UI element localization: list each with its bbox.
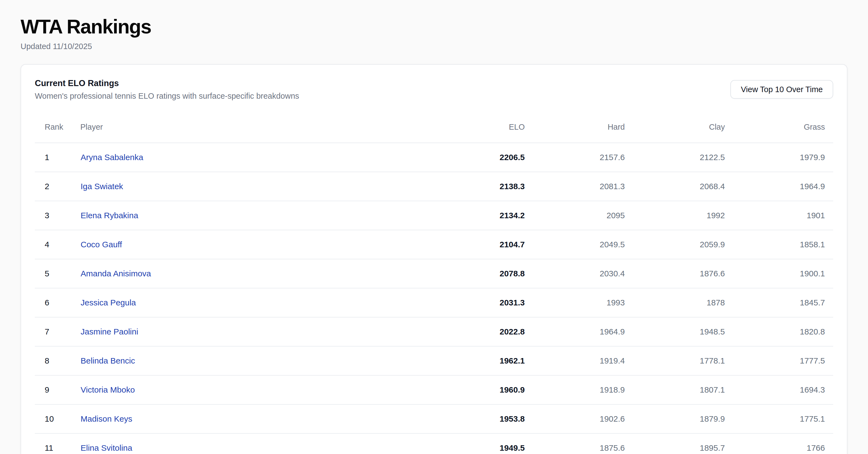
rank-cell: 9 bbox=[35, 375, 80, 404]
elo-table-body: 1Aryna Sabalenka2206.52157.62122.51979.9… bbox=[35, 143, 833, 454]
table-row: 9Victoria Mboko1960.91918.91807.11694.3 bbox=[35, 375, 833, 404]
table-row: 7Jasmine Paolini2022.81964.91948.51820.8 bbox=[35, 317, 833, 346]
clay-cell: 1948.5 bbox=[633, 317, 733, 346]
hard-cell: 1919.4 bbox=[533, 346, 633, 375]
hard-cell: 1902.6 bbox=[533, 404, 633, 433]
hard-cell: 2049.5 bbox=[533, 230, 633, 259]
player-link[interactable]: Jasmine Paolini bbox=[81, 327, 138, 336]
elo-ratings-card: Current ELO Ratings Women's professional… bbox=[21, 64, 847, 454]
player-cell: Belinda Bencic bbox=[80, 346, 433, 375]
elo-cell: 1949.5 bbox=[433, 433, 533, 454]
grass-cell: 1858.1 bbox=[733, 230, 833, 259]
table-row: 10Madison Keys1953.81902.61879.91775.1 bbox=[35, 404, 833, 433]
column-header-rank: Rank bbox=[35, 114, 80, 143]
hard-cell: 2030.4 bbox=[533, 259, 633, 288]
rank-cell: 6 bbox=[35, 288, 80, 317]
rank-cell: 3 bbox=[35, 201, 80, 230]
hard-cell: 1964.9 bbox=[533, 317, 633, 346]
table-row: 2Iga Swiatek2138.32081.32068.41964.9 bbox=[35, 172, 833, 201]
grass-cell: 1775.1 bbox=[733, 404, 833, 433]
hard-cell: 2095 bbox=[533, 201, 633, 230]
grass-cell: 1900.1 bbox=[733, 259, 833, 288]
elo-cell: 2138.3 bbox=[433, 172, 533, 201]
clay-cell: 1895.7 bbox=[633, 433, 733, 454]
hard-cell: 1875.6 bbox=[533, 433, 633, 454]
elo-cell: 2078.8 bbox=[433, 259, 533, 288]
player-cell: Amanda Anisimova bbox=[80, 259, 433, 288]
rank-cell: 1 bbox=[35, 143, 80, 172]
elo-cell: 1953.8 bbox=[433, 404, 533, 433]
grass-cell: 1694.3 bbox=[733, 375, 833, 404]
table-row: 5Amanda Anisimova2078.82030.41876.61900.… bbox=[35, 259, 833, 288]
card-subtitle: Women's professional tennis ELO ratings … bbox=[35, 92, 299, 101]
player-link[interactable]: Aryna Sabalenka bbox=[81, 153, 144, 162]
rank-cell: 11 bbox=[35, 433, 80, 454]
clay-cell: 2122.5 bbox=[633, 143, 733, 172]
clay-cell: 1992 bbox=[633, 201, 733, 230]
player-link[interactable]: Iga Swiatek bbox=[81, 182, 123, 191]
column-header-elo: ELO bbox=[433, 114, 533, 143]
table-row: 1Aryna Sabalenka2206.52157.62122.51979.9 bbox=[35, 143, 833, 172]
grass-cell: 1766 bbox=[733, 433, 833, 454]
hard-cell: 1993 bbox=[533, 288, 633, 317]
player-link[interactable]: Belinda Bencic bbox=[81, 356, 135, 365]
page-header: WTA Rankings Updated 11/10/2025 bbox=[21, 0, 847, 51]
wta-rankings-page: WTA Rankings Updated 11/10/2025 Current … bbox=[0, 0, 868, 454]
grass-cell: 1964.9 bbox=[733, 172, 833, 201]
column-header-grass: Grass bbox=[733, 114, 833, 143]
player-cell: Aryna Sabalenka bbox=[80, 143, 433, 172]
card-header-text: Current ELO Ratings Women's professional… bbox=[35, 79, 299, 101]
elo-ratings-table: Rank Player ELO Hard Clay Grass 1Aryna S… bbox=[35, 114, 833, 454]
grass-cell: 1777.5 bbox=[733, 346, 833, 375]
clay-cell: 1879.9 bbox=[633, 404, 733, 433]
hard-cell: 2157.6 bbox=[533, 143, 633, 172]
player-link[interactable]: Madison Keys bbox=[81, 414, 132, 423]
column-header-player: Player bbox=[80, 114, 433, 143]
player-cell: Madison Keys bbox=[80, 404, 433, 433]
page-title: WTA Rankings bbox=[21, 16, 847, 38]
rank-cell: 10 bbox=[35, 404, 80, 433]
rank-cell: 7 bbox=[35, 317, 80, 346]
player-link[interactable]: Elena Rybakina bbox=[81, 211, 138, 220]
rank-cell: 4 bbox=[35, 230, 80, 259]
elo-cell: 2104.7 bbox=[433, 230, 533, 259]
grass-cell: 1820.8 bbox=[733, 317, 833, 346]
player-link[interactable]: Elina Svitolina bbox=[81, 443, 132, 452]
column-header-hard: Hard bbox=[533, 114, 633, 143]
player-link[interactable]: Coco Gauff bbox=[81, 240, 122, 249]
table-row: 3Elena Rybakina2134.2209519921901 bbox=[35, 201, 833, 230]
grass-cell: 1979.9 bbox=[733, 143, 833, 172]
grass-cell: 1845.7 bbox=[733, 288, 833, 317]
player-cell: Elina Svitolina bbox=[80, 433, 433, 454]
rank-cell: 2 bbox=[35, 172, 80, 201]
player-cell: Elena Rybakina bbox=[80, 201, 433, 230]
player-cell: Coco Gauff bbox=[80, 230, 433, 259]
table-row: 8Belinda Bencic1962.11919.41778.11777.5 bbox=[35, 346, 833, 375]
column-header-clay: Clay bbox=[633, 114, 733, 143]
player-link[interactable]: Jessica Pegula bbox=[81, 298, 136, 307]
clay-cell: 1807.1 bbox=[633, 375, 733, 404]
elo-cell: 2134.2 bbox=[433, 201, 533, 230]
elo-cell: 1962.1 bbox=[433, 346, 533, 375]
card-header: Current ELO Ratings Women's professional… bbox=[35, 79, 833, 101]
table-header-row: Rank Player ELO Hard Clay Grass bbox=[35, 114, 833, 143]
hard-cell: 2081.3 bbox=[533, 172, 633, 201]
player-link[interactable]: Amanda Anisimova bbox=[81, 269, 151, 278]
hard-cell: 1918.9 bbox=[533, 375, 633, 404]
clay-cell: 1778.1 bbox=[633, 346, 733, 375]
player-cell: Victoria Mboko bbox=[80, 375, 433, 404]
grass-cell: 1901 bbox=[733, 201, 833, 230]
updated-date: Updated 11/10/2025 bbox=[21, 42, 847, 51]
card-title: Current ELO Ratings bbox=[35, 79, 299, 88]
player-cell: Jasmine Paolini bbox=[80, 317, 433, 346]
clay-cell: 1878 bbox=[633, 288, 733, 317]
view-top-10-over-time-button[interactable]: View Top 10 Over Time bbox=[731, 80, 833, 99]
clay-cell: 1876.6 bbox=[633, 259, 733, 288]
player-cell: Iga Swiatek bbox=[80, 172, 433, 201]
elo-cell: 2022.8 bbox=[433, 317, 533, 346]
player-link[interactable]: Victoria Mboko bbox=[81, 385, 135, 394]
clay-cell: 2068.4 bbox=[633, 172, 733, 201]
rank-cell: 8 bbox=[35, 346, 80, 375]
table-row: 6Jessica Pegula2031.3199318781845.7 bbox=[35, 288, 833, 317]
elo-cell: 2206.5 bbox=[433, 143, 533, 172]
